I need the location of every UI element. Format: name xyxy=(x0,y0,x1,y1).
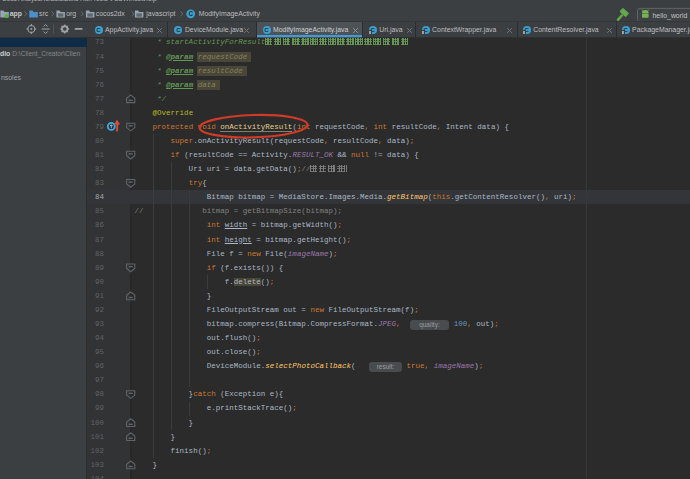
svg-text:hello_world: hello_world xyxy=(653,12,688,20)
svg-text:app: app xyxy=(10,10,22,18)
svg-text:cocos2dx: cocos2dx xyxy=(96,10,126,17)
svg-text:C: C xyxy=(188,10,193,17)
svg-text:ModifyImageActivity: ModifyImageActivity xyxy=(199,10,261,18)
svg-text:src: src xyxy=(39,10,49,17)
svg-text:org: org xyxy=(66,10,76,18)
svg-text:javascript: javascript xyxy=(145,10,175,18)
